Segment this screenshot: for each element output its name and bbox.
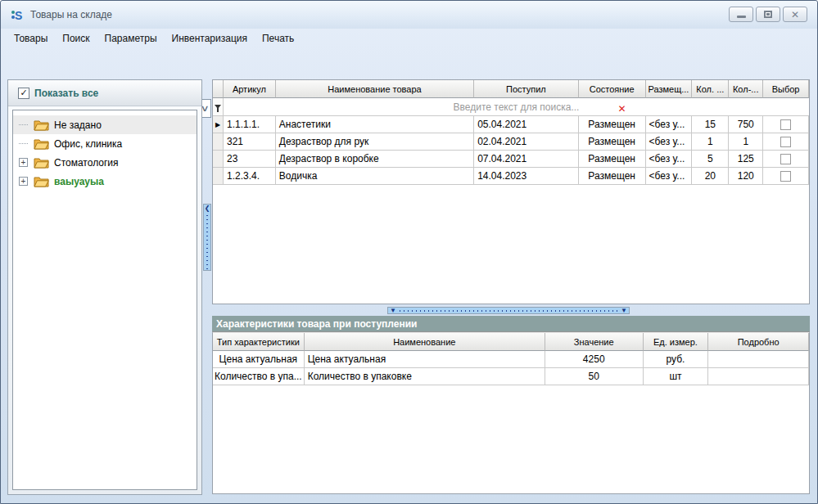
horizontal-splitter[interactable]: ▼ ▼ [387, 307, 630, 314]
details-grid-header: Тип характеристикиНаименованиеЗначениеЕд… [213, 333, 809, 351]
menu-item-2[interactable]: Параметры [97, 30, 165, 47]
vertical-splitter[interactable]: ❮ [202, 79, 212, 495]
vertical-splitter-handle[interactable]: ❮ [203, 204, 211, 271]
show-all-row: ✓ Показать все [8, 80, 201, 106]
minimize-icon [737, 16, 746, 18]
details-column-header-2[interactable]: Значение [545, 333, 644, 351]
tree-item-1[interactable]: Офис, клиника [13, 134, 197, 153]
show-all-checkbox[interactable]: ✓ [18, 88, 29, 99]
row-select-checkbox[interactable] [780, 154, 791, 164]
goods-cell-state: Размещен [579, 133, 646, 151]
category-panel: ✓ Показать все Не заданоОфис, клиника+Ст… [7, 79, 202, 495]
goods-cell-received: 02.04.2021 [474, 133, 579, 151]
goods-row-3[interactable]: 1.2.3.4.Водичка14.04.2023Размещен<без у.… [213, 168, 809, 185]
details-column-header-4[interactable]: Подробно [708, 333, 809, 351]
goods-cell-articul: 1.1.1.1. [224, 116, 276, 133]
details-row-1[interactable]: Количество в упа...Количество в упаковке… [213, 368, 809, 385]
row-select-checkbox[interactable] [780, 119, 791, 130]
restore-button[interactable] [756, 7, 780, 22]
details-cell-unit: шт [644, 368, 709, 385]
window-title: Товары на складе [30, 9, 112, 20]
goods-cell-received: 14.04.2023 [474, 168, 579, 185]
details-column-header-1[interactable]: Наименование [305, 333, 545, 351]
goods-column-header-2[interactable]: Поступил [474, 80, 579, 98]
collapse-down-icon: ▼ [619, 308, 629, 313]
details-grid: Тип характеристикиНаименованиеЗначениеЕд… [212, 331, 810, 494]
collapse-left-icon: ❮ [205, 205, 210, 212]
tree-item-2[interactable]: +Стоматология [13, 153, 197, 172]
goods-cell-placement: <без у... [646, 151, 693, 168]
red-x-icon: ✕ [617, 104, 626, 114]
goods-cell-name: Дезраствор в коробке [276, 151, 474, 168]
goods-cell-qty2: 750 [729, 116, 763, 133]
splitter-dots [206, 214, 208, 270]
goods-cell-name: Дезраствор для рук [276, 133, 474, 151]
goods-indicator-header [213, 80, 224, 98]
goods-cell-placement: <без у... [646, 168, 693, 185]
details-column-header-0[interactable]: Тип характеристики [213, 333, 305, 351]
goods-cell-qty2: 125 [729, 151, 763, 168]
expand-plus-icon[interactable]: + [19, 158, 28, 167]
row-indicator [213, 133, 224, 151]
row-select-checkbox[interactable] [780, 137, 791, 147]
category-tree: Не заданоОфис, клиника+Стоматология+ваыу… [12, 110, 197, 490]
title-bar[interactable]: S Товары на складе ✕ [1, 1, 817, 29]
goods-cell-qty: 1 [692, 133, 729, 151]
details-cell-detail [708, 351, 809, 368]
expand-plus-icon[interactable]: + [19, 177, 28, 186]
goods-grid-body: ▶1.1.1.1.Анастетики05.04.2021Размещен<бе… [213, 116, 809, 185]
goods-cell-received: 05.04.2021 [474, 116, 579, 133]
goods-cell-received: 07.04.2021 [474, 151, 579, 168]
menu-item-0[interactable]: Товары [7, 30, 55, 47]
goods-column-header-5[interactable]: Кол. ... [692, 80, 729, 98]
goods-cell-name: Анастетики [276, 116, 474, 133]
menu-item-1[interactable]: Поиск [55, 30, 97, 47]
goods-cell-state: Размещен [579, 151, 646, 168]
tree-connector [19, 124, 28, 125]
goods-cell-state: Размещен [579, 116, 646, 133]
menu-item-3[interactable]: Инвентаризация [165, 30, 255, 47]
folder-icon [34, 175, 49, 187]
row-indicator [213, 168, 224, 185]
splitter-dots [398, 310, 619, 312]
goods-column-header-0[interactable]: Артикул [224, 80, 276, 98]
minimize-button[interactable] [729, 7, 753, 22]
menu-item-4[interactable]: Печать [255, 30, 301, 47]
menu-bar: ТоварыПоискПараметрыИнвентаризацияПечать [2, 29, 816, 48]
folder-icon [34, 156, 49, 169]
goods-cell-articul: 321 [224, 133, 276, 151]
toolbar: Склад: ик для складирования вещей ∨ Штри… [1, 48, 817, 79]
close-button[interactable]: ✕ [783, 7, 807, 22]
goods-row-2[interactable]: 23Дезраствор в коробке07.04.2021Размещен… [213, 151, 809, 168]
details-column-header-3[interactable]: Ед. измер. [644, 333, 709, 351]
app-icon: S [11, 9, 29, 22]
goods-column-header-4[interactable]: Размещ... [646, 80, 693, 98]
tree-item-0[interactable]: Не задано [13, 115, 197, 134]
goods-row-1[interactable]: 321Дезраствор для рук02.04.2021Размещен<… [213, 133, 809, 151]
goods-column-header-3[interactable]: Состояние [579, 80, 646, 98]
goods-column-header-6[interactable]: Кол-... [729, 80, 763, 98]
details-row-0[interactable]: Цена актуальнаяЦена актуальная4250руб. [213, 351, 809, 368]
goods-filter-row[interactable]: Введите текст для поиска... [213, 98, 809, 116]
window-frame-bottom [1, 495, 817, 503]
tree-connector [19, 143, 28, 144]
row-indicator [213, 151, 224, 168]
goods-cell-name: Водичка [276, 168, 474, 185]
goods-cell-select [763, 133, 809, 151]
folder-icon [34, 119, 49, 131]
details-cell-value: 4250 [545, 351, 644, 368]
goods-column-header-1[interactable]: Наименование товара [276, 80, 474, 98]
tree-item-label: Не задано [54, 119, 102, 131]
row-select-checkbox[interactable] [780, 171, 791, 182]
goods-row-0[interactable]: ▶1.1.1.1.Анастетики05.04.2021Размещен<бе… [213, 116, 809, 133]
goods-cell-placement: <без у... [646, 116, 693, 133]
goods-cell-qty: 20 [692, 168, 729, 185]
details-section-header: Характеристики товара при поступлении [212, 316, 810, 331]
goods-cell-select [763, 116, 809, 133]
filter-funnel-icon [213, 98, 224, 115]
tree-item-label: Офис, клиника [54, 138, 122, 150]
tree-item-3[interactable]: +ваыуауыа [13, 172, 197, 191]
details-cell-name: Количество в упаковке [305, 368, 545, 385]
goods-column-header-7[interactable]: Выбор [763, 80, 809, 98]
details-cell-detail [708, 368, 809, 385]
